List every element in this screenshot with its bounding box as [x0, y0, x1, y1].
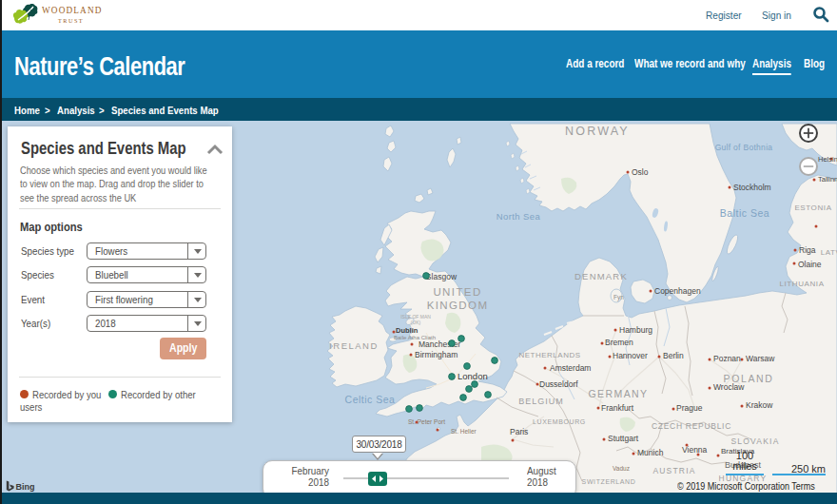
svg-text:Vaduz: Vaduz: [613, 465, 630, 472]
svg-text:NORWAY: NORWAY: [565, 125, 630, 138]
svg-text:AUSTRIA: AUSTRIA: [652, 466, 695, 475]
svg-text:Bremen: Bremen: [605, 338, 633, 347]
svg-text:LITHUANIA: LITHUANIA: [779, 280, 824, 288]
svg-text:Warsaw: Warsaw: [746, 354, 775, 363]
svg-text:KINGDOM: KINGDOM: [427, 300, 489, 311]
svg-text:Hamburg: Hamburg: [619, 325, 652, 335]
svg-text:Bing: Bing: [15, 482, 34, 492]
svg-text:Olaine: Olaine: [798, 260, 822, 269]
svg-text:Prague: Prague: [676, 403, 703, 413]
svg-text:Stuttgart: Stuttgart: [608, 434, 639, 443]
svg-text:GERMANY: GERMANY: [589, 388, 649, 399]
svg-text:Oslo: Oslo: [632, 167, 649, 177]
svg-text:Copenhagen: Copenhagen: [654, 286, 701, 296]
svg-text:Celtic Sea: Celtic Sea: [345, 394, 396, 405]
svg-text:Krakow: Krakow: [746, 400, 773, 410]
svg-text:St. Helier: St. Helier: [451, 428, 477, 435]
svg-text:Dusseldorf: Dusseldorf: [539, 379, 578, 389]
svg-text:Glasgow: Glasgow: [425, 272, 457, 281]
svg-text:Riga: Riga: [799, 245, 816, 255]
svg-text:London: London: [457, 371, 488, 381]
svg-text:Dublin: Dublin: [396, 326, 418, 335]
svg-text:DENMARK: DENMARK: [574, 271, 628, 281]
svg-text:Vienna: Vienna: [682, 445, 708, 455]
svg-text:North Sea: North Sea: [496, 211, 541, 222]
svg-text:Fyn: Fyn: [613, 294, 624, 301]
svg-text:Birmingham: Birmingham: [415, 350, 457, 359]
svg-text:Paris: Paris: [510, 427, 528, 436]
svg-text:IRELAND: IRELAND: [329, 340, 379, 351]
svg-text:Wroclaw: Wroclaw: [713, 382, 745, 392]
svg-text:Gulf of Bothnia: Gulf of Bothnia: [715, 143, 773, 152]
svg-text:ESTONIA: ESTONIA: [794, 204, 831, 212]
svg-text:LATVIA: LATVIA: [821, 248, 837, 257]
svg-text:Tallinn: Tallinn: [818, 175, 837, 184]
svg-text:Helsinki: Helsinki: [818, 155, 837, 164]
svg-text:LUXEMBOURG: LUXEMBOURG: [533, 418, 586, 425]
svg-text:NETHERLANDS: NETHERLANDS: [518, 351, 580, 359]
svg-text:UNITED: UNITED: [433, 286, 481, 298]
svg-text:Poznan: Poznan: [713, 354, 741, 363]
svg-text:SLOVAKIA: SLOVAKIA: [730, 436, 779, 446]
svg-text:Frankfurt: Frankfurt: [601, 403, 634, 413]
svg-text:SWITZERLAND: SWITZERLAND: [582, 478, 636, 485]
svg-text:Munich: Munich: [637, 448, 664, 457]
svg-text:BELGIUM: BELGIUM: [518, 397, 564, 406]
svg-text:Baltic Sea: Baltic Sea: [720, 207, 769, 219]
svg-text:St. Peter Port: St. Peter Port: [408, 418, 445, 425]
svg-text:Amsterdam: Amsterdam: [550, 363, 591, 373]
svg-text:Stockholm: Stockholm: [733, 183, 771, 192]
svg-text:Hannover: Hannover: [613, 351, 648, 360]
svg-text:Berlin: Berlin: [663, 351, 684, 360]
svg-text:(UK): (UK): [411, 320, 421, 325]
svg-text:CZECH REPUBLIC: CZECH REPUBLIC: [652, 421, 731, 431]
